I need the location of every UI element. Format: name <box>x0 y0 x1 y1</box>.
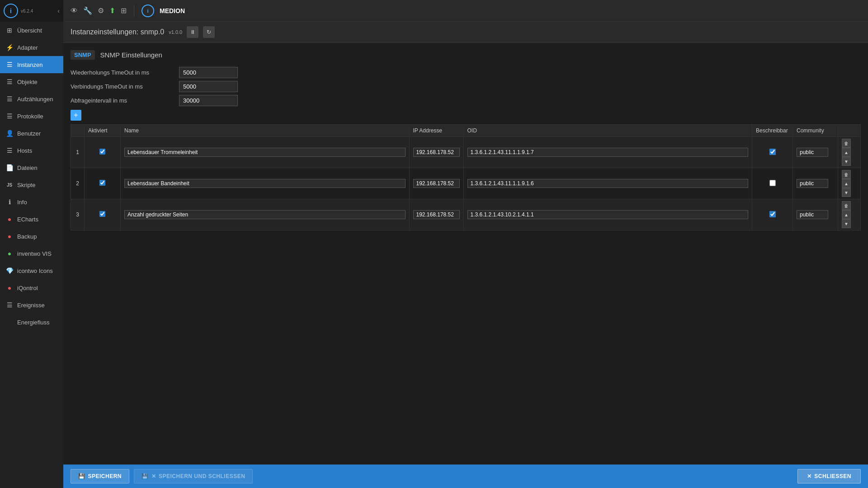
wrench-icon[interactable]: 🔧 <box>83 6 92 15</box>
sidebar-item-dateien[interactable]: 📄 Dateien <box>0 159 63 176</box>
pause-button[interactable]: ⏸ <box>187 26 198 38</box>
sidebar-item-ereignisse[interactable]: ☰ Ereignisse <box>0 296 63 314</box>
close-button[interactable]: ✕ SCHLIESSEN <box>797 469 861 483</box>
ip-input[interactable] <box>413 148 460 157</box>
sidebar-label-uebersicht: Übersicht <box>17 27 42 34</box>
sidebar-collapse-btn[interactable]: ‹ <box>57 7 60 14</box>
community-input[interactable] <box>797 179 828 188</box>
move-down-button[interactable]: ▼ <box>842 188 851 197</box>
aktiviert-checkbox[interactable] <box>99 149 105 155</box>
beschreibbar-cell[interactable] <box>752 199 793 230</box>
sidebar-label-echarts: ECharts <box>17 216 38 223</box>
sidebar-item-echarts[interactable]: ● ECharts <box>0 211 63 228</box>
community-input[interactable] <box>797 148 828 157</box>
aktiviert-cell[interactable] <box>85 137 121 168</box>
community-input[interactable] <box>797 210 828 219</box>
save-close-x-icon: ✕ <box>151 473 156 479</box>
snmp-badge: SNMP <box>71 50 95 60</box>
topbar: 👁 🔧 ⚙ ⬆ ⊞ i MEDION <box>63 0 868 22</box>
sidebar-label-energiefluss: Energiefluss <box>17 319 50 326</box>
delete-row-button[interactable]: 🗑 <box>842 170 851 179</box>
name-input[interactable] <box>124 210 406 219</box>
beschreibbar-cell[interactable] <box>752 168 793 199</box>
grid-icon: ⊞ <box>5 26 14 34</box>
sidebar-item-iqontrol[interactable]: ● iQontrol <box>0 279 63 296</box>
timeout-label-1: Wiederholungs TimeOut in ms <box>71 69 179 76</box>
sidebar-item-aufzaehlungen[interactable]: ☰ Aufzählungen <box>0 90 63 108</box>
sidebar-item-objekte[interactable]: ☰ Objekte <box>0 73 63 90</box>
user-icon: 👤 <box>5 129 14 137</box>
ip-input[interactable] <box>413 179 460 188</box>
ip-input[interactable] <box>413 210 460 219</box>
timeout-input-2[interactable] <box>179 81 238 92</box>
sidebar-item-protokolle[interactable]: ☰ Protokolle <box>0 108 63 125</box>
actions-cell: 🗑 ▲ ▼ <box>838 137 861 168</box>
close-icon: ✕ <box>807 473 812 479</box>
energiefluss-icon <box>5 318 14 326</box>
move-up-button[interactable]: ▲ <box>842 148 851 157</box>
sidebar-item-adapter[interactable]: ⚡ Adapter <box>0 39 63 56</box>
th-aktiviert: Aktiviert <box>85 125 121 137</box>
delete-row-button[interactable]: 🗑 <box>842 201 851 210</box>
name-input[interactable] <box>124 179 406 188</box>
interval-input[interactable] <box>179 95 238 106</box>
sidebar-label-backup: Backup <box>17 233 37 240</box>
aktiviert-checkbox[interactable] <box>99 211 105 217</box>
page-header: Instanzeinstellungen: snmp.0 v1.0.0 ⏸ ↻ <box>63 22 868 43</box>
move-down-button[interactable]: ▼ <box>842 219 851 228</box>
sidebar-item-icontwo[interactable]: 💎 icontwo Icons <box>0 262 63 279</box>
settings-icon[interactable]: ⚙ <box>98 6 104 15</box>
sidebar-item-skripte[interactable]: JS Skripte <box>0 176 63 193</box>
delete-row-button[interactable]: 🗑 <box>842 139 851 148</box>
aktiviert-checkbox[interactable] <box>99 180 105 186</box>
oid-input[interactable] <box>467 179 749 188</box>
beschreibbar-checkbox[interactable] <box>769 180 776 186</box>
ereignisse-icon: ☰ <box>5 301 14 309</box>
adapter-name: MEDION <box>160 7 185 14</box>
add-row-button[interactable]: + <box>71 110 81 121</box>
sidebar-item-backup[interactable]: ● Backup <box>0 228 63 245</box>
beschreibbar-checkbox[interactable] <box>769 149 776 155</box>
save-close-button[interactable]: 💾 ✕ SPEICHERN UND SCHLIESSEN <box>134 469 253 483</box>
sidebar-label-benutzer: Benutzer <box>17 130 41 137</box>
sidebar-item-inventwo[interactable]: ● inventwo VIS <box>0 245 63 262</box>
backup-icon: ● <box>5 232 14 240</box>
oid-cell <box>463 168 752 199</box>
move-up-button[interactable]: ▲ <box>842 210 851 219</box>
sidebar-item-energiefluss[interactable]: Energiefluss <box>0 314 63 331</box>
oid-cell <box>463 137 752 168</box>
refresh-button[interactable]: ↻ <box>203 26 215 38</box>
oid-input[interactable] <box>467 210 749 219</box>
sidebar-item-instanzen[interactable]: ☰ Instanzen <box>0 56 63 73</box>
sidebar-label-adapter: Adapter <box>17 44 38 51</box>
power-icon[interactable]: ⬆ <box>109 6 115 15</box>
name-input[interactable] <box>124 148 406 157</box>
grid-icon[interactable]: ⊞ <box>121 6 127 15</box>
interval-row: Abfrageintervall in ms <box>71 95 861 106</box>
interval-label: Abfrageintervall in ms <box>71 97 179 104</box>
aktiviert-cell[interactable] <box>85 168 121 199</box>
info-icon: ℹ <box>5 198 14 206</box>
sidebar-item-info[interactable]: ℹ Info <box>0 193 63 211</box>
sidebar-item-benutzer[interactable]: 👤 Benutzer <box>0 125 63 142</box>
oid-input[interactable] <box>467 148 749 157</box>
sidebar-item-hosts[interactable]: ☰ Hosts <box>0 142 63 159</box>
eye-icon[interactable]: 👁 <box>71 7 78 15</box>
aktiviert-cell[interactable] <box>85 199 121 230</box>
main-area: 👁 🔧 ⚙ ⬆ ⊞ i MEDION Instanzeinstellungen:… <box>63 0 868 488</box>
beschreibbar-checkbox[interactable] <box>769 211 776 217</box>
save-close-icon: 💾 <box>142 473 149 479</box>
th-beschreibbar: Beschreibbar <box>752 125 793 137</box>
sidebar-label-instanzen: Instanzen <box>17 61 42 68</box>
save-button[interactable]: 💾 SPEICHERN <box>71 469 129 483</box>
ip-cell <box>409 199 463 230</box>
app-logo: i <box>4 4 18 18</box>
echarts-icon: ● <box>5 215 14 223</box>
move-up-button[interactable]: ▲ <box>842 179 851 188</box>
beschreibbar-cell[interactable] <box>752 137 793 168</box>
move-down-button[interactable]: ▼ <box>842 157 851 166</box>
timeout-input-1[interactable] <box>179 67 238 78</box>
files-icon: 📄 <box>5 164 14 172</box>
sidebar-item-uebersicht[interactable]: ⊞ Übersicht <box>0 22 63 39</box>
bottom-bar: 💾 SPEICHERN 💾 ✕ SPEICHERN UND SCHLIESSEN… <box>63 465 868 488</box>
